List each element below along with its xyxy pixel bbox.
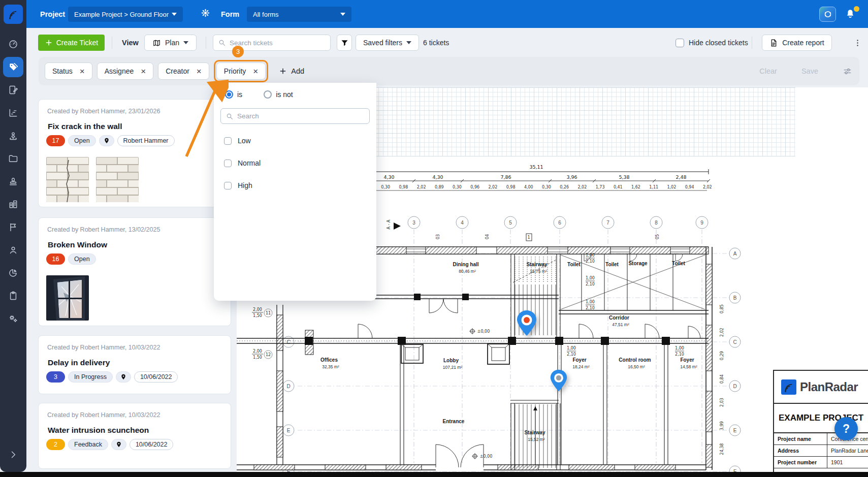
- svg-text:Control room: Control room: [619, 357, 651, 363]
- priority-option-low[interactable]: Low: [224, 137, 251, 145]
- sidebar-item-documents[interactable]: [3, 148, 23, 169]
- svg-text:Toilet: Toilet: [567, 262, 581, 267]
- sidebar-item-reports[interactable]: [3, 217, 23, 237]
- location-pin-badge: [99, 135, 114, 146]
- sidebar-item-approvals[interactable]: [3, 171, 23, 192]
- form-selector[interactable]: All forms: [247, 7, 351, 22]
- checkbox[interactable]: [224, 160, 232, 167]
- view-mode-selector[interactable]: Plan: [144, 35, 197, 51]
- create-report-button[interactable]: Create report: [762, 35, 832, 51]
- hide-closed-toggle[interactable]: Hide closed tickets: [676, 35, 748, 51]
- sidebar-item-settings[interactable]: [3, 308, 23, 329]
- highlighted-chip-outline: Priority×: [214, 60, 269, 82]
- checkbox[interactable]: [224, 137, 232, 145]
- svg-text:4,30: 4,30: [432, 174, 443, 180]
- ticket-pin-closed[interactable]: [549, 369, 568, 392]
- plan-bottom-edge: [0, 472, 868, 477]
- sidebar-item-tasks[interactable]: [3, 285, 23, 306]
- location-pin-badge: [111, 439, 126, 450]
- svg-text:0,30: 0,30: [453, 185, 462, 189]
- filter-button[interactable]: [337, 35, 352, 51]
- save-filters-button[interactable]: Save: [801, 67, 818, 75]
- title-block-row: AddressPlanRadar Lane 1: [774, 445, 868, 457]
- svg-text:6: 6: [558, 220, 561, 226]
- svg-text:0,85: 0,85: [720, 304, 724, 313]
- svg-text:18,24 m²: 18,24 m²: [572, 364, 590, 369]
- match-mode-radios: isis not: [225, 90, 293, 99]
- ticket-card[interactable]: Created by Robert Hammer, 23/01/2026Fix …: [38, 99, 231, 207]
- sidebar-item-plans[interactable]: [3, 125, 23, 146]
- sidebar-expand-button[interactable]: [3, 444, 23, 465]
- close-icon[interactable]: ×: [197, 67, 202, 76]
- buildings-icon: [8, 199, 18, 209]
- more-options-kebab-icon[interactable]: [849, 35, 865, 51]
- close-icon[interactable]: ×: [141, 67, 146, 76]
- help-button[interactable]: ?: [834, 417, 858, 440]
- svg-text:Stairway: Stairway: [524, 430, 545, 435]
- filter-chip-assignee[interactable]: Assignee×: [97, 62, 154, 80]
- hide-closed-checkbox[interactable]: [676, 39, 684, 47]
- svg-text:1,73: 1,73: [596, 185, 605, 189]
- svg-text:0,26: 0,26: [560, 185, 569, 189]
- search-input[interactable]: [230, 39, 321, 47]
- ticket-card[interactable]: Created by Robert Hammer, 10/03/2022Wate…: [38, 403, 231, 469]
- filter-chip-creator[interactable]: Creator×: [158, 62, 209, 80]
- svg-text:16,50 m²: 16,50 m²: [628, 364, 645, 369]
- sliders-icon[interactable]: [843, 67, 852, 76]
- stamp-icon: [8, 176, 18, 186]
- form-label: Form: [221, 0, 239, 28]
- filter-chips: Status×Assignee×Creator×Priority×Add: [45, 57, 304, 85]
- svg-text:7: 7: [606, 220, 609, 226]
- priority-option-high[interactable]: High: [224, 181, 252, 189]
- add-filter-button[interactable]: Add: [279, 67, 304, 75]
- svg-text:A: A: [733, 251, 737, 257]
- app-switcher-button[interactable]: [819, 7, 836, 22]
- search-icon: [218, 39, 226, 47]
- clear-filters-button[interactable]: Clear: [759, 67, 777, 75]
- saved-filters-selector[interactable]: Saved filters: [356, 35, 419, 51]
- filter-bar: Status×Assignee×Creator×Priority×Add Cle…: [39, 57, 859, 85]
- checkbox[interactable]: [224, 182, 232, 189]
- radio-is-not[interactable]: is not: [264, 90, 293, 99]
- radio-is[interactable]: is: [225, 90, 242, 99]
- app-logo[interactable]: [0, 0, 26, 28]
- assignee-badge: Robert Hammer: [117, 135, 175, 146]
- broken-window-photo[interactable]: [46, 275, 89, 321]
- svg-text:2,02: 2,02: [488, 185, 497, 189]
- project-settings-gear-icon[interactable]: [201, 8, 210, 18]
- sidebar-item-statistics[interactable]: [3, 103, 23, 123]
- ticket-card[interactable]: Created by Robert Hammer, 10/03/2022Dela…: [38, 335, 231, 394]
- svg-text:1,11: 1,11: [649, 185, 658, 189]
- sidebar-item-users[interactable]: [3, 240, 23, 260]
- svg-text:Lobby: Lobby: [443, 358, 459, 363]
- sidebar-item-tickets[interactable]: [3, 57, 23, 77]
- priority-option-normal[interactable]: Normal: [224, 159, 261, 167]
- priority-filter-dropdown: isis not LowNormalHigh: [214, 83, 376, 301]
- ticket-title: Water intrusion scuncheon: [48, 426, 149, 435]
- tag-icon: [8, 62, 18, 72]
- svg-text:5,38: 5,38: [619, 174, 629, 180]
- svg-text:1,50: 1,50: [253, 355, 262, 360]
- sidebar-item-forms[interactable]: [3, 80, 23, 100]
- svg-text:32,35 m²: 32,35 m²: [322, 364, 339, 369]
- sidebar-item-analytics[interactable]: [3, 263, 23, 283]
- brick-wall-cracked-photo[interactable]: [46, 157, 89, 202]
- divider: [112, 37, 112, 49]
- close-icon[interactable]: ×: [80, 67, 85, 76]
- brick-wall-photo[interactable]: [96, 157, 139, 202]
- ticket-pin-open[interactable]: [516, 309, 538, 337]
- priority-search-input[interactable]: [237, 112, 354, 120]
- filter-chip-priority[interactable]: Priority×: [216, 62, 266, 80]
- ticket-card[interactable]: Created by Robert Hammer, 13/02/2025Brok…: [38, 217, 231, 326]
- create-ticket-button[interactable]: Create Ticket: [38, 35, 105, 51]
- sidebar-item-dashboard[interactable]: [3, 34, 23, 54]
- user-icon: [8, 245, 18, 255]
- ticket-number-badge: 17: [46, 135, 65, 146]
- svg-text:1,62: 1,62: [631, 185, 640, 189]
- chevron-down-icon: [183, 41, 188, 44]
- close-icon[interactable]: ×: [253, 67, 258, 76]
- project-selector[interactable]: Example Project > Ground Floor: [68, 7, 183, 22]
- sidebar-item-companies[interactable]: [3, 194, 23, 214]
- svg-text:0,96: 0,96: [470, 185, 479, 189]
- filter-chip-status[interactable]: Status×: [45, 62, 92, 80]
